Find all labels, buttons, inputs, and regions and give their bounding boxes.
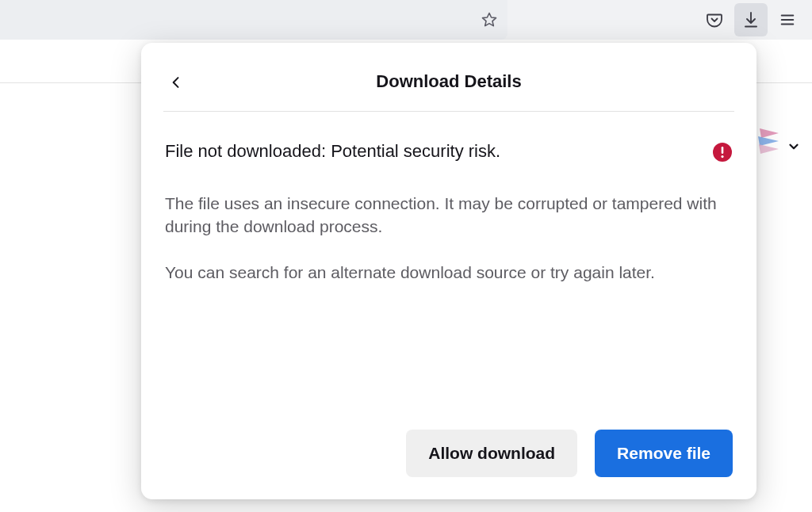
- hamburger-icon: [779, 11, 796, 29]
- browser-toolbar: [0, 0, 812, 40]
- decorative-flags: [756, 127, 780, 159]
- warning-badge: [712, 142, 733, 162]
- download-icon: [741, 10, 760, 29]
- bookmark-button[interactable]: [477, 8, 501, 32]
- toolbar-actions: [698, 0, 812, 40]
- panel-header: Download Details: [165, 62, 733, 111]
- address-bar-area: [0, 0, 508, 40]
- warning-heading: File not downloaded: Potential security …: [165, 140, 500, 163]
- back-button[interactable]: [163, 70, 189, 95]
- panel-title: Download Details: [376, 71, 521, 92]
- remove-file-button[interactable]: Remove file: [595, 430, 733, 477]
- expand-button[interactable]: [785, 138, 802, 155]
- chevron-down-icon: [787, 139, 801, 154]
- allow-download-button[interactable]: Allow download: [406, 430, 577, 477]
- warning-text-2: You can search for an alternate download…: [165, 261, 720, 285]
- svg-marker-5: [759, 144, 779, 154]
- svg-point-8: [721, 155, 723, 158]
- star-icon: [480, 10, 499, 29]
- chevron-left-icon: [168, 75, 184, 90]
- pocket-icon: [705, 10, 724, 29]
- warning-description: The file uses an insecure connection. It…: [165, 192, 720, 285]
- pocket-button[interactable]: [698, 3, 731, 36]
- app-menu-button[interactable]: [771, 3, 804, 36]
- exclamation-icon: [712, 142, 733, 162]
- panel-body: File not downloaded: Potential security …: [165, 112, 733, 414]
- svg-marker-3: [760, 128, 779, 138]
- warning-text-1: The file uses an insecure connection. It…: [165, 192, 720, 239]
- panel-footer: Allow download Remove file: [165, 414, 733, 477]
- svg-rect-7: [722, 147, 724, 154]
- download-details-panel: Download Details File not downloaded: Po…: [141, 43, 756, 499]
- svg-marker-4: [758, 136, 779, 146]
- downloads-button[interactable]: [734, 3, 768, 36]
